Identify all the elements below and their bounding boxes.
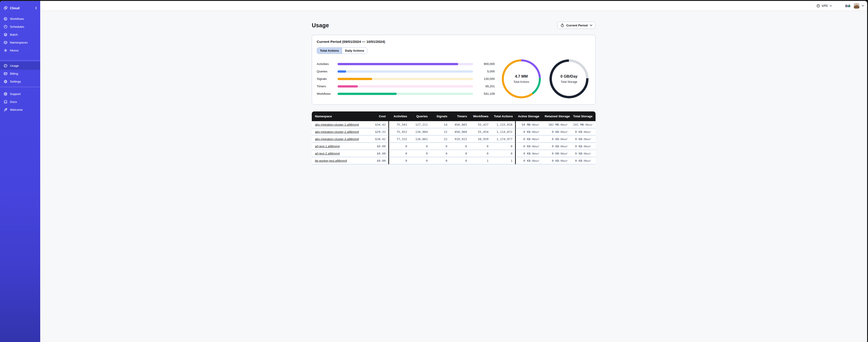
usage-summary-card: Current Period (09/01/2024 — 10/01/2024)… [312,35,434,105]
bar-label: Signals [317,77,338,80]
cell-cost: $0.00 [366,150,389,157]
table-row: bk-worker-test.a98mm4$0.000000110 KB-Hou… [312,157,434,165]
sidebar-item-batch[interactable]: Batch [0,31,40,39]
cell-activities: 75,452 [389,128,410,136]
main-area: UTC [40,1,434,171]
sidebar-item-label: Welcome [10,108,23,111]
sidebar-item-billing[interactable]: Billing [0,70,40,78]
workflows-icon [4,17,7,21]
bar-label: Workflows [317,92,338,95]
bar-fill [338,70,346,73]
sidebar-item-label: Docs [10,100,17,104]
table-body: abs-migration-cluster-1.a98mm4$34.4275,5… [312,121,434,165]
nexus-icon [4,48,7,52]
table-row: a0-test-2.a98mm4$0.000000000 KB-Hour0 KB… [312,150,434,157]
cell-signals: 0 [430,143,434,150]
cell-cost: $34.42 [366,121,389,128]
chevron-left-icon[interactable] [35,6,37,9]
actions-tab-group: Total ActionsDaily Actions [317,47,367,54]
namespace-link[interactable]: a0-test-2.a98mm4 [315,152,340,155]
bar-fill [338,78,372,80]
topbar: UTC [40,1,434,11]
namespace-usage-table: NamespaceCostActivitiesQueriesSignalsTim… [312,111,434,165]
cell-signals: 0 [430,157,434,165]
usage-bar-signals: Signals130,000 [317,75,434,82]
sidebar-brand[interactable]: Cloud [0,1,40,13]
cell-cost: $29.32 [366,128,389,136]
tab-daily-actions[interactable]: Daily Actions [342,47,367,54]
table-header-row: NamespaceCostActivitiesQueriesSignalsTim… [312,111,434,121]
cell-queries: 0 [410,143,430,150]
cell-cost: $0.00 [366,157,389,165]
cell-activities: 75,501 [389,121,410,128]
cell-cost: $38.42 [366,136,389,143]
docs-book-icon [4,100,7,104]
brand-label: Cloud [10,6,33,10]
usage-bar-activities: Activities900,000 [317,60,434,68]
sidebar-item-namespaces[interactable]: Namespaces [0,39,40,46]
sidebar-item-label: Support [10,92,21,96]
cell-activities: 77,332 [389,136,410,143]
sidebar-item-schedules[interactable]: Schedules [0,23,40,31]
sidebar-item-label: Settings [10,80,21,83]
sidebar-item-label: Namespaces [10,41,28,44]
bar-track [338,78,434,80]
namespaces-icon [4,41,7,44]
sidebar-item-settings[interactable]: Settings [0,78,40,86]
column-header-signals: Signals [430,111,434,121]
bar-track [338,93,434,95]
sidebar-item-usage[interactable]: Usage [0,62,40,70]
namespace-link[interactable]: abs-migration-cluster-1.a98mm4 [315,123,359,126]
bar-fill [338,85,358,88]
cell-activities: 0 [389,150,410,157]
cell-signals: 0 [430,150,434,157]
cell-queries: 0 [410,157,430,165]
cell-signals: 22 [430,128,434,136]
sidebar-item-workflows[interactable]: Workflows [0,15,40,23]
column-header-namespace: Namespace [312,111,366,121]
sidebar-item-welcome[interactable]: Welcome [0,106,40,114]
usage-bar-timers: Timers85,201 [317,82,434,90]
table-row: abs-migration-cluster-3.a98mm4$38.4277,3… [312,136,434,143]
billing-card-icon [4,72,7,76]
bar-track [338,70,434,73]
sidebar-item-label: Usage [10,64,19,67]
sidebar-item-label: Schedules [10,25,24,28]
namespace-link[interactable]: a0-test-1.a98mm4 [315,145,340,148]
cell-queries: 0 [410,150,430,157]
card-title: Current Period (09/01/2024 — 10/01/2024) [317,40,434,44]
sidebar-item-support[interactable]: Support [0,90,40,98]
bar-track [338,63,434,65]
column-header-activities: Activities [389,111,410,121]
schedules-icon [4,25,7,29]
table-row: a0-test-1.a98mm4$0.000000000 KB-Hour0 KB… [312,143,434,150]
sidebar-item-nexus[interactable]: Nexus [0,46,40,55]
cell-cost: $0.00 [366,143,389,150]
table-row: abs-migration-cluster-1.a98mm4$34.4275,5… [312,121,434,128]
cell-signals: 22 [430,136,434,143]
cell-activities: 0 [389,143,410,150]
support-lifebuoy-icon [4,92,7,96]
cell-signals: 14 [430,121,434,128]
cell-queries: 127,211 [410,121,430,128]
column-header-queries: Queries [410,111,430,121]
bar-label: Queries [317,70,338,73]
namespace-link[interactable]: abs-migration-cluster-3.a98mm4 [315,137,359,141]
bar-label: Timers [317,84,338,88]
sidebar-nav: WorkflowsSchedulesBatchNamespacesNexusUs… [0,13,40,115]
namespace-link[interactable]: bk-worker-test.a98mm4 [315,159,347,163]
namespace-link[interactable]: abs-migration-cluster-2.a98mm4 [315,130,359,134]
usage-bar-workflows: Workflows541,109 [317,90,434,98]
sidebar-item-docs[interactable]: Docs [0,98,40,106]
content: Usage Current Period [40,11,434,171]
sidebar: Cloud WorkflowsSchedulesBatchNamespacesN… [0,1,40,171]
tab-total-actions[interactable]: Total Actions [317,47,342,54]
sidebar-item-label: Nexus [10,49,19,52]
sidebar-item-label: Batch [10,33,18,36]
app-window: Cloud WorkflowsSchedulesBatchNamespacesN… [0,1,434,171]
temporal-cloud-icon [4,6,8,10]
page-title: Usage [312,22,329,29]
usage-bar-queries: Queries5,000 [317,68,434,75]
welcome-rocket-icon [4,108,7,112]
sidebar-item-label: Billing [10,72,18,75]
